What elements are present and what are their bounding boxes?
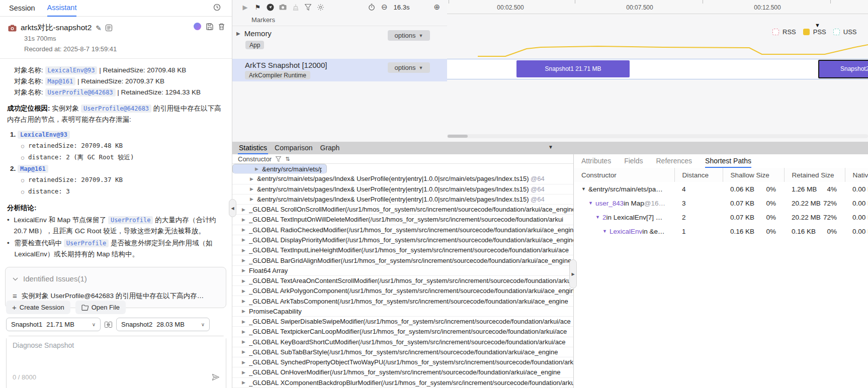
expand-icon[interactable]: ▶ — [242, 248, 249, 253]
tab-fields[interactable]: Fields — [624, 157, 643, 168]
tab-overflow-chevron-icon[interactable]: ▼ — [548, 144, 553, 150]
expand-icon[interactable]: ▶ — [242, 258, 249, 263]
zoom-in-icon[interactable]: ⊕ — [433, 3, 440, 12]
constructor-row[interactable]: ▶_GLOBAL SwiperDisableSwipeModifier(/usr… — [232, 317, 573, 327]
send-icon[interactable] — [212, 373, 220, 381]
expand-icon[interactable]: ▶ — [242, 360, 249, 365]
constructor-row[interactable]: ▶_GLOBAL TextAreaOnContentScrollModifier… — [232, 276, 573, 286]
constructor-row[interactable]: ▶_GLOBAL SynchedPropertyObjectTwoWayPU(/… — [232, 357, 573, 367]
ai-assistant-icon[interactable] — [194, 23, 201, 30]
col-constructor[interactable]: Constructor — [574, 168, 674, 182]
constructor-row[interactable]: ▶&entry/src/main/ets/pages/Index& UserPr… — [232, 184, 573, 195]
constructor-row[interactable]: ▶_GLOBAL TextInputLineHeightModifier(/us… — [232, 245, 573, 255]
tab-statistics[interactable]: Statistics — [238, 144, 268, 154]
collapse-icon[interactable]: ▼ — [588, 201, 593, 206]
path-row[interactable]: ▼2 in LexicalEnv[7] … 2 0.07 KB0% 20.22 … — [574, 210, 868, 224]
legend-rss[interactable]: RSS — [772, 28, 796, 36]
track-memory[interactable]: ▶Memory App options▼ — [232, 26, 447, 58]
flag-icon[interactable]: ⚑ — [254, 4, 262, 11]
expand-icon[interactable]: ▶ — [242, 339, 249, 344]
expand-icon[interactable]: ▶ — [255, 166, 262, 171]
filter-icon[interactable] — [276, 156, 281, 162]
object-chip[interactable]: Map@161 — [45, 77, 76, 85]
scrollbar-thumb[interactable] — [448, 135, 468, 138]
settings-gear-icon[interactable] — [317, 4, 324, 11]
object-chip[interactable]: UserProfile — [108, 216, 153, 224]
snapshot1-bar[interactable]: Snapshot1 21.71 MB — [516, 60, 630, 77]
constructor-row[interactable]: ▶_GLOBAL XComponentBackdropBlurModifier(… — [232, 378, 573, 388]
constructor-row[interactable]: ▶_GLOBAL ArkPolygonComponent(/usr1/hmos_… — [232, 286, 573, 296]
path-row[interactable]: ▼user_843 in Map @16… 3 0.07 KB0% 20.22 … — [574, 196, 868, 210]
expand-icon[interactable]: ▶ — [242, 299, 249, 304]
expand-icon[interactable]: ▶ — [242, 237, 249, 242]
arkts-options-button[interactable]: options▼ — [388, 62, 430, 73]
snapshot-track[interactable]: Snapshot1 21.71 MB Snapshot2 28.03 MB — [447, 59, 868, 79]
delete-icon[interactable] — [218, 23, 225, 30]
expand-icon[interactable]: ▶ — [250, 186, 257, 191]
expand-icon[interactable]: ▶ — [242, 380, 249, 385]
time-ruler[interactable]: 00:02.500 00:07.500 00:12.500 — [447, 0, 868, 14]
col-retained-size[interactable]: Retained Size — [784, 168, 845, 182]
rss-checkbox[interactable] — [772, 29, 779, 35]
collapse-icon[interactable]: ▼ — [581, 186, 586, 191]
constructor-row[interactable]: ▶_GLOBAL BarGridAlignModifier(/usr1/hmos… — [232, 255, 573, 265]
rename-icon[interactable]: ✎ — [96, 24, 102, 32]
notes-icon[interactable] — [106, 25, 112, 31]
expand-icon[interactable]: ▶ — [242, 319, 249, 324]
object-chip[interactable]: UserProfile@642683 — [45, 88, 116, 96]
clear-icon[interactable] — [292, 4, 299, 11]
expand-icon[interactable]: ▶ — [250, 176, 257, 181]
constructor-row[interactable]: ▶_GLOBAL DisplayPriorityModifier(/usr1/h… — [232, 235, 573, 245]
expand-icon[interactable]: ▶ — [236, 31, 240, 36]
constructor-row[interactable]: ▶_GLOBAL TextpickerCanLoopModifier(/usr1… — [232, 327, 573, 337]
constructor-row[interactable]: ▶_GLOBAL TextInputOnWillDeleteModifier(/… — [232, 215, 573, 225]
tab-graph[interactable]: Graph — [319, 144, 341, 154]
expand-icon[interactable]: ▶ — [242, 207, 249, 212]
legend-pss[interactable]: PSS — [803, 28, 826, 36]
snapshot2-select[interactable]: Snapshot2 28.03 MB ∨ — [116, 318, 210, 331]
constructor-row[interactable]: ▶&entry/src/main/ets/pages/Index& UserPr… — [232, 164, 327, 174]
constructor-row[interactable]: ▶Float64 Array — [232, 266, 573, 276]
tab-comparison[interactable]: Comparison — [274, 144, 313, 154]
snapshot1-select[interactable]: Snapshot1 21.71 MB ∨ — [6, 318, 101, 331]
constructor-row[interactable]: ▶_GLOBAL OnHoverModifier(/usr1/hmos_for_… — [232, 367, 573, 377]
col-native-size[interactable]: Native Size — [845, 168, 868, 182]
diagnose-input[interactable] — [7, 336, 226, 371]
collapse-icon[interactable]: ▼ — [602, 229, 607, 234]
screenshot-icon[interactable] — [279, 4, 287, 11]
constructor-column-header[interactable]: Constructor ⇅ — [232, 154, 573, 164]
sort-icon[interactable]: ⇅ — [285, 156, 290, 162]
navigate-icon[interactable] — [267, 4, 274, 11]
expand-icon[interactable]: ▶ — [242, 349, 249, 354]
expand-icon[interactable]: ▶ — [242, 217, 249, 222]
history-clock-icon[interactable] — [213, 4, 221, 11]
tab-assistant[interactable]: Assistant — [47, 0, 77, 17]
object-chip[interactable]: UserProfile — [64, 239, 109, 247]
expand-icon[interactable]: ▶ — [242, 288, 249, 294]
snapshot2-bar[interactable]: Snapshot2 28.03 MB — [818, 60, 868, 78]
object-chip[interactable]: LexicalEnv@93 — [45, 66, 98, 74]
track-arkts-snapshot[interactable]: ArkTS Snapshot [12000] ArkCompiler Runti… — [232, 59, 447, 81]
object-chip[interactable]: LexicalEnv@93 — [18, 131, 70, 139]
zoom-out-icon[interactable]: ⊖ — [381, 3, 388, 12]
expand-icon[interactable]: ▶ — [242, 268, 249, 273]
constructor-row[interactable]: ▶PromiseCapability — [232, 307, 573, 317]
viewport-marker-icon[interactable]: ▼ — [815, 22, 820, 28]
create-session-button[interactable]: + Create Session — [6, 301, 70, 314]
col-shallow-size[interactable]: Shallow Size — [723, 168, 784, 182]
expand-icon[interactable]: ▶ — [242, 227, 249, 232]
constructor-row[interactable]: ▶&entry/src/main/ets/pages/Index& UserPr… — [232, 195, 573, 205]
constructor-row[interactable]: ▶&entry/src/main/ets/pages/Index& UserPr… — [232, 174, 573, 184]
object-chip[interactable]: UserProfile@642683 — [81, 105, 151, 113]
collapse-icon[interactable]: ▼ — [595, 215, 600, 220]
constructor-row[interactable]: ▶_GLOBAL ArkTabsComponent(/usr1/hmos_for… — [232, 296, 573, 306]
expand-icon[interactable]: ▶ — [242, 309, 249, 314]
tab-shortest-paths[interactable]: Shortest Paths — [705, 157, 751, 168]
legend-uss[interactable]: USS — [833, 28, 857, 36]
uss-checkbox[interactable] — [833, 29, 840, 35]
constructor-row[interactable]: ▶_GLOBAL KeyBoardShortCutModifier(/usr1/… — [232, 337, 573, 347]
save-icon[interactable] — [206, 23, 213, 30]
tab-attributes[interactable]: Attributes — [581, 157, 611, 168]
identified-issues-header[interactable]: Identified Issues(1) — [13, 273, 219, 284]
tab-references[interactable]: References — [656, 157, 692, 168]
